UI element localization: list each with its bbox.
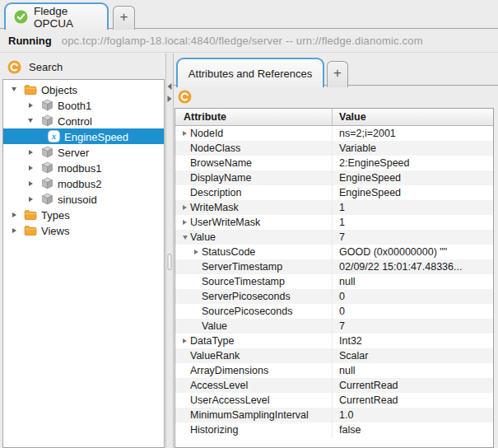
table-row[interactable]: WriteMask1 — [175, 200, 493, 215]
tree-item-booth1[interactable]: Booth1 — [3, 97, 164, 113]
expand-toggle[interactable] — [26, 150, 35, 155]
tree-item-label: sinusoid — [58, 193, 97, 206]
table-row[interactable]: AccessLevelCurrentRead — [175, 378, 493, 393]
table-row[interactable]: DataTypeInt32 — [175, 334, 493, 348]
collapse-toggle[interactable] — [26, 119, 35, 123]
attribute-name: SourceTimestamp — [202, 276, 285, 287]
table-row[interactable]: ValueRankScalar — [175, 348, 493, 363]
refresh-icon[interactable] — [7, 60, 21, 74]
tree-item-modbus2[interactable]: modbus2 — [3, 175, 164, 191]
tree-item-objects[interactable]: Objects — [3, 82, 164, 97]
column-header-value[interactable]: Value — [332, 109, 493, 125]
refresh-icon[interactable] — [178, 90, 192, 104]
table-row[interactable]: NodeClassVariable — [175, 141, 493, 156]
new-connection-tab-button[interactable]: + — [113, 6, 135, 30]
attribute-name: SourcePicoseconds — [202, 306, 292, 317]
cube-icon — [40, 161, 54, 175]
expand-toggle[interactable] — [26, 103, 35, 108]
table-row[interactable]: Historizingfalse — [175, 422, 493, 437]
collapse-toggle[interactable] — [179, 236, 190, 240]
table-row[interactable]: ArrayDimensionsnull — [175, 363, 493, 378]
table-row[interactable]: SourceTimestampnull — [175, 274, 493, 289]
collapse-toggle[interactable] — [9, 87, 19, 91]
expand-toggle[interactable] — [9, 212, 19, 217]
attribute-name: WriteMask — [190, 202, 239, 213]
table-row[interactable]: DescriptionEngineSpeed — [175, 185, 493, 200]
attribute-cell: NodeClass — [175, 141, 332, 156]
tree-item-sinusoid[interactable]: sinusoid — [3, 191, 164, 207]
collapse-arrow-icon — [28, 119, 33, 123]
attribute-cell: BrowseName — [175, 156, 332, 170]
table-row[interactable]: Value7 — [175, 230, 493, 245]
connection-status: Running — [8, 35, 52, 47]
expand-toggle[interactable] — [179, 338, 190, 343]
expand-toggle[interactable] — [179, 220, 190, 225]
search-button-label[interactable]: Search — [29, 61, 63, 73]
attribute-value: 1 — [339, 217, 345, 228]
attribute-name: UserWriteMask — [190, 217, 260, 228]
attribute-name: ServerTimestamp — [202, 261, 282, 273]
expand-toggle[interactable] — [191, 250, 202, 254]
expand-toggle[interactable] — [179, 205, 190, 210]
attribute-name: Value — [202, 320, 227, 332]
expand-toggle[interactable] — [179, 131, 190, 136]
attribute-name: DisplayName — [190, 172, 251, 184]
expand-right-icon[interactable] — [168, 96, 172, 102]
attribute-cell: DisplayName — [175, 170, 332, 185]
tab-fledge-opcua[interactable]: Fledge OPCUA — [4, 2, 109, 30]
attribute-value: 02/09/22 15:01:47.48336... — [339, 261, 462, 273]
splitter-handle[interactable] — [168, 254, 172, 270]
table-row[interactable]: DisplayNameEngineSpeed — [175, 170, 493, 185]
tree-item-views[interactable]: Views — [3, 222, 164, 238]
attribute-name: MinimumSamplingInterval — [190, 409, 309, 421]
table-row[interactable]: NodeIdns=2;i=2001 — [175, 126, 493, 141]
attribute-value: Variable — [339, 142, 376, 154]
tab-attributes-and-references[interactable]: Attributes and References — [176, 58, 324, 87]
cube-icon — [40, 146, 54, 159]
tree-item-enginespeed[interactable]: xEngineSpeed — [3, 128, 164, 144]
attribute-name: DataType — [190, 335, 235, 347]
attribute-cell: MinimumSamplingInterval — [175, 408, 332, 422]
collapse-left-icon[interactable] — [168, 83, 172, 90]
tree-item-label: modbus1 — [58, 161, 101, 175]
value-cell: CurrentRead — [332, 393, 493, 408]
table-body: NodeIdns=2;i=2001NodeClassVariableBrowse… — [175, 126, 493, 437]
attribute-name: Description — [190, 187, 242, 198]
sidebar-toolbar: Search — [0, 55, 165, 79]
tree-item-server[interactable]: Server — [3, 144, 164, 160]
tree-item-types[interactable]: Types — [3, 207, 164, 222]
expand-toggle[interactable] — [26, 181, 35, 186]
table-row[interactable]: Value7 — [175, 319, 493, 334]
value-cell: GOOD (0x00000000) "" — [332, 245, 493, 259]
tree-item-modbus1[interactable]: modbus1 — [3, 160, 164, 175]
attribute-name: Value — [190, 231, 216, 243]
expand-arrow-icon — [29, 181, 33, 186]
expand-toggle[interactable] — [26, 197, 35, 202]
tree-item-label: Server — [58, 146, 89, 159]
value-cell: CurrentRead — [332, 378, 493, 393]
attribute-name: Historizing — [190, 424, 238, 436]
connected-check-icon — [14, 10, 28, 24]
table-row[interactable]: MinimumSamplingInterval1.0 — [175, 408, 493, 422]
table-row[interactable]: UserWriteMask1 — [175, 215, 493, 230]
table-row[interactable]: StatusCodeGOOD (0x00000000) "" — [175, 245, 493, 259]
table-row[interactable]: ServerPicoseconds0 — [175, 289, 493, 304]
expand-toggle[interactable] — [9, 228, 19, 233]
new-view-tab-button[interactable]: + — [327, 61, 348, 87]
table-row[interactable]: UserAccessLevelCurrentRead — [175, 393, 493, 408]
attribute-cell: SourceTimestamp — [175, 274, 332, 289]
attribute-value: 2:EngineSpeed — [339, 157, 410, 169]
table-row[interactable]: SourcePicoseconds0 — [175, 304, 493, 319]
tree-item-control[interactable]: Control — [3, 113, 164, 128]
expand-arrow-icon — [29, 197, 33, 202]
expand-toggle[interactable] — [26, 166, 35, 170]
attribute-name: NodeId — [190, 128, 223, 139]
table-header: Attribute Value — [175, 109, 493, 126]
window-tab-bar: Fledge OPCUA + — [0, 0, 498, 29]
panel-splitter[interactable] — [165, 54, 174, 448]
expand-arrow-icon — [29, 103, 33, 108]
table-row[interactable]: BrowseName2:EngineSpeed — [175, 156, 493, 170]
table-row[interactable]: ServerTimestamp02/09/22 15:01:47.48336..… — [175, 259, 493, 274]
value-cell: null — [332, 274, 493, 289]
column-header-attribute[interactable]: Attribute — [175, 109, 332, 125]
